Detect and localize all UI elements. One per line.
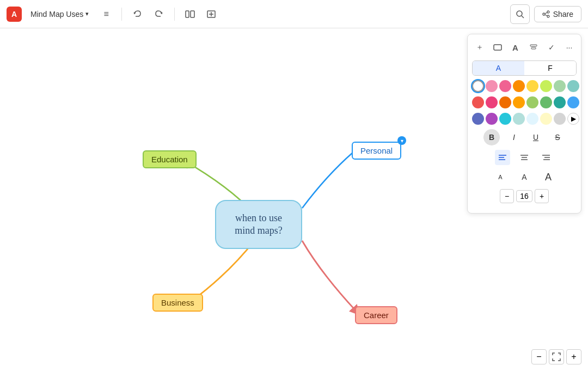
svg-rect-13: [530, 45, 537, 46]
node-central[interactable]: when to usemind maps?: [215, 200, 302, 249]
fit-icon: [552, 352, 561, 361]
menu-button[interactable]: ≡: [97, 5, 115, 23]
panel-more-button[interactable]: ···: [562, 40, 577, 55]
swatch-amber[interactable]: [513, 96, 525, 108]
swatch-lime[interactable]: [540, 80, 552, 92]
zoom-in-button[interactable]: +: [566, 349, 581, 364]
node-business-text: Business: [161, 298, 194, 307]
duplicate-button[interactable]: [203, 5, 220, 23]
text-large-button[interactable]: A: [541, 169, 556, 185]
swatch-more[interactable]: ▶: [567, 113, 579, 125]
swatch-orange-dark[interactable]: [499, 96, 511, 108]
panel-check-button[interactable]: ✓: [544, 40, 559, 55]
node-career-text: Career: [364, 311, 389, 320]
share-button[interactable]: Share: [534, 6, 581, 22]
swatch-blue[interactable]: [567, 96, 579, 108]
swatch-green[interactable]: [540, 96, 552, 108]
zoom-out-button[interactable]: −: [531, 349, 547, 364]
node-business[interactable]: Business: [152, 294, 203, 312]
swatch-none[interactable]: [472, 80, 484, 92]
swatch-purple[interactable]: [486, 113, 498, 125]
strikethrough-button[interactable]: S: [550, 130, 565, 145]
svg-rect-0: [186, 11, 189, 17]
tab-font-color[interactable]: A: [473, 61, 524, 75]
zoom-controls: − +: [531, 349, 581, 364]
swatch-yellow-pale[interactable]: [540, 113, 552, 125]
node-personal[interactable]: Personal: [352, 142, 401, 160]
text-medium-button[interactable]: A: [517, 169, 532, 185]
panel-add-button[interactable]: ＋: [472, 40, 487, 55]
color-swatches-row2: [472, 96, 577, 108]
chevron-down-icon: ▾: [85, 10, 89, 17]
swatch-orange[interactable]: [513, 80, 525, 92]
toolbar-right: Share: [510, 4, 581, 24]
panel-shape-button[interactable]: [490, 40, 505, 55]
svg-line-11: [545, 15, 547, 16]
undo-button[interactable]: [128, 5, 146, 23]
panel-tabs: A F: [472, 60, 577, 76]
swatch-green-light[interactable]: [554, 80, 566, 92]
swatch-teal[interactable]: [554, 96, 566, 108]
toolbar-divider-1: [121, 8, 122, 21]
swatch-pink-dark[interactable]: [486, 96, 498, 108]
svg-rect-12: [494, 45, 501, 50]
svg-point-9: [547, 15, 549, 17]
svg-point-8: [543, 13, 545, 15]
toolbar: A Mind Map Uses ▾ ≡: [0, 0, 588, 28]
color-swatches-row1: [472, 80, 577, 92]
toolbar-divider-2: [174, 8, 175, 21]
document-title-button[interactable]: Mind Map Uses ▾: [26, 8, 93, 21]
text-format-row: B I U S: [472, 129, 577, 145]
tab-fill[interactable]: F: [524, 61, 576, 75]
bold-button[interactable]: B: [483, 129, 500, 145]
formatting-panel: ＋ A ✓ ··· A F: [467, 34, 581, 214]
swatch-teal-pale[interactable]: [513, 113, 525, 125]
node-personal-handle[interactable]: ▾: [397, 136, 406, 145]
svg-point-5: [517, 11, 522, 16]
panel-align-button[interactable]: [526, 40, 541, 55]
align-right-button[interactable]: [538, 150, 554, 165]
swatch-pink[interactable]: [499, 80, 511, 92]
swatch-light-green[interactable]: [526, 96, 538, 108]
swatch-yellow[interactable]: [526, 80, 538, 92]
swatch-gray[interactable]: [554, 113, 566, 125]
align-left-button[interactable]: [495, 150, 510, 165]
text-small-button[interactable]: A: [493, 169, 508, 185]
mindmap-connections: [0, 28, 408, 371]
svg-rect-14: [531, 47, 536, 49]
node-central-text: when to usemind maps?: [235, 212, 283, 238]
share-label: Share: [553, 10, 573, 19]
node-personal-text: Personal: [360, 146, 393, 155]
node-career[interactable]: Career: [355, 306, 397, 324]
redo-button[interactable]: [150, 5, 168, 23]
panel-toolbar: ＋ A ✓ ···: [472, 40, 577, 55]
alignment-row: [472, 150, 577, 165]
node-education[interactable]: Education: [143, 150, 197, 168]
swatch-teal-light[interactable]: [567, 80, 579, 92]
swatch-cyan[interactable]: [499, 113, 511, 125]
panel-text-button[interactable]: A: [508, 40, 523, 55]
font-size-value: 16: [516, 190, 532, 202]
document-title-label: Mind Map Uses: [30, 10, 83, 19]
font-size-increase-button[interactable]: +: [535, 189, 549, 203]
font-size-row: − 16 +: [472, 189, 577, 203]
swatch-indigo[interactable]: [472, 113, 484, 125]
svg-point-7: [547, 11, 549, 13]
color-swatches-row3: ▶: [472, 113, 577, 125]
font-size-decrease-button[interactable]: −: [500, 189, 514, 203]
app-logo: A: [7, 7, 22, 22]
svg-line-10: [545, 13, 547, 14]
search-button[interactable]: [510, 4, 530, 24]
node-education-text: Education: [151, 155, 188, 164]
swatch-pink-light[interactable]: [486, 80, 498, 92]
italic-button[interactable]: I: [506, 130, 522, 145]
frame-button[interactable]: [181, 5, 199, 23]
swatch-red[interactable]: [472, 96, 484, 108]
text-size-row: A A A: [472, 169, 577, 185]
align-center-button[interactable]: [517, 150, 532, 165]
svg-line-6: [522, 16, 524, 18]
underline-button[interactable]: U: [528, 130, 543, 145]
zoom-fit-button[interactable]: [549, 349, 564, 364]
swatch-blue-pale[interactable]: [526, 113, 538, 125]
svg-rect-1: [191, 11, 194, 17]
